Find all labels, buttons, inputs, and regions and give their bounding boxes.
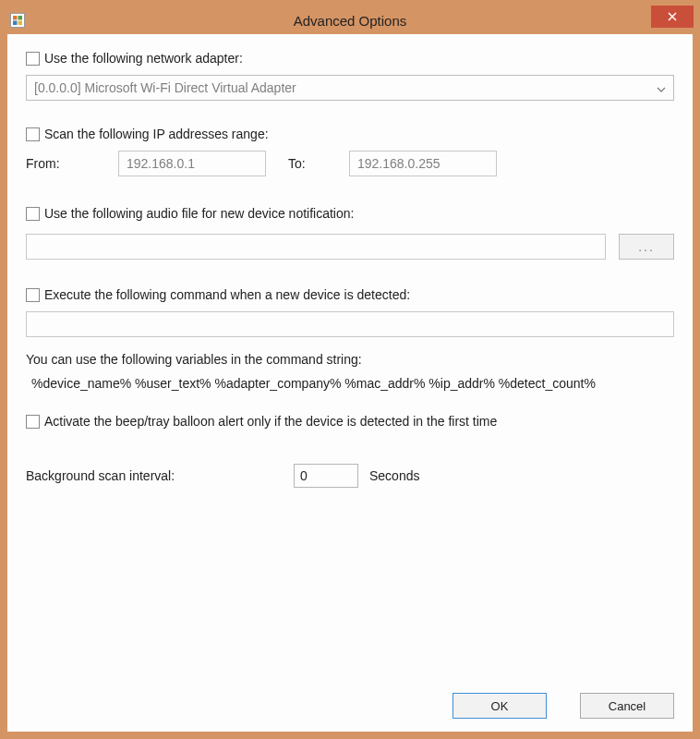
ip-range-option-row: Scan the following IP addresses range: [26,127,674,141]
chevron-down-icon [657,80,666,95]
ip-from-input[interactable]: 192.168.0.1 [118,151,266,176]
svg-rect-1 [18,16,23,20]
command-help-text: You can use the following variables in t… [26,352,674,367]
audio-option-row: Use the following audio file for new dev… [26,206,674,221]
svg-rect-3 [18,21,23,26]
command-variables-text: %device_name% %user_text% %adapter_compa… [26,374,674,394]
system-menu-icon[interactable] [10,13,25,28]
ip-from-label: From: [26,156,118,171]
adapter-select-value: [0.0.0.0] Microsoft Wi-Fi Direct Virtual… [34,80,296,95]
audio-checkbox-label: Use the following audio file for new dev… [44,206,354,221]
ip-to-label: To: [266,156,349,171]
svg-rect-2 [13,21,18,26]
interval-input[interactable]: 0 [294,464,358,488]
audio-checkbox[interactable] [26,207,40,221]
interval-label: Background scan interval: [26,468,294,483]
close-button[interactable] [651,6,694,28]
adapter-select[interactable]: [0.0.0.0] Microsoft Wi-Fi Direct Virtual… [26,75,674,101]
dialog-footer: OK Cancel [26,678,674,719]
ok-button[interactable]: OK [453,693,547,719]
first-time-checkbox[interactable] [26,415,40,429]
cancel-button[interactable]: Cancel [580,693,674,719]
adapter-checkbox-label: Use the following network adapter: [44,51,243,66]
interval-unit-label: Seconds [369,468,419,483]
close-icon [668,12,677,21]
command-input[interactable] [26,311,674,337]
window-title: Advanced Options [6,13,694,29]
adapter-option-row: Use the following network adapter: [26,51,674,66]
audio-fields: ... [26,234,674,260]
title-bar: Advanced Options [6,6,694,34]
first-time-checkbox-label: Activate the beep/tray balloon alert onl… [44,414,497,429]
first-time-option-row: Activate the beep/tray balloon alert onl… [26,414,674,429]
audio-path-input[interactable] [26,234,606,260]
ip-range-fields: From: 192.168.0.1 To: 192.168.0.255 [26,151,674,176]
command-checkbox-label: Execute the following command when a new… [44,287,410,302]
adapter-checkbox[interactable] [26,52,40,66]
dialog-window: Advanced Options Use the following netwo… [0,0,700,739]
svg-rect-0 [13,16,18,20]
ip-range-checkbox[interactable] [26,127,40,141]
audio-browse-button[interactable]: ... [619,234,674,260]
command-checkbox[interactable] [26,288,40,302]
ip-to-input[interactable]: 192.168.0.255 [349,151,497,176]
interval-row: Background scan interval: 0 Seconds [26,464,674,488]
command-option-row: Execute the following command when a new… [26,287,674,302]
client-area: Use the following network adapter: [0.0.… [7,34,693,732]
ip-range-checkbox-label: Scan the following IP addresses range: [44,127,269,141]
